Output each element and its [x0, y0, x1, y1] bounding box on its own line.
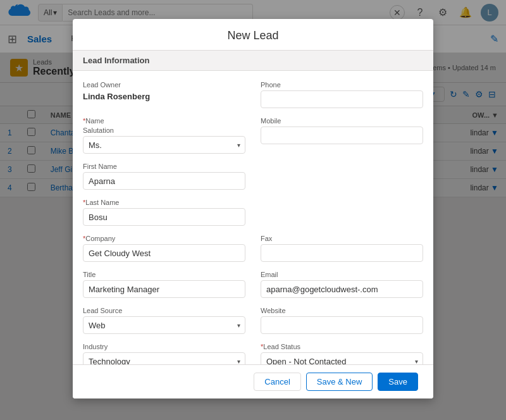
title-label: Title: [83, 271, 245, 278]
phone-label: Phone: [261, 81, 423, 89]
col-empty-1: [261, 163, 423, 190]
industry-wrapper: Technology --None-- Agriculture Banking …: [83, 352, 245, 364]
salutation-wrapper: Ms. --None-- Mr. Mrs. Dr. Prof. ▾: [83, 136, 245, 154]
col-lead-status: *Lead Status Open - Not Contacted Workin…: [261, 343, 423, 364]
row-last-name: *Last Name: [83, 199, 423, 226]
row-name-mobile: *Name Salutation Ms. --None-- Mr. Mrs. D…: [83, 117, 423, 154]
lead-status-wrapper: Open - Not Contacted Working - Contacted…: [261, 352, 423, 364]
name-label: *Name: [83, 117, 245, 125]
lead-owner-value: Linda Rosenberg: [83, 90, 245, 102]
mobile-input[interactable]: [261, 127, 423, 144]
cancel-button[interactable]: Cancel: [254, 373, 300, 391]
lead-source-wrapper: Web --None-- Phone Inquiry Partner Refer…: [83, 316, 245, 334]
col-fax: Fax: [261, 235, 423, 262]
col-salutation: *Name Salutation Ms. --None-- Mr. Mrs. D…: [83, 117, 245, 154]
lead-source-select[interactable]: Web --None-- Phone Inquiry Partner Refer…: [83, 316, 245, 334]
modal-header: New Lead: [73, 19, 433, 51]
lead-owner-label: Lead Owner: [83, 81, 245, 89]
modal-body[interactable]: Lead Information Lead Owner Linda Rosenb…: [73, 51, 433, 364]
company-input[interactable]: [83, 244, 245, 262]
row-company-fax: *Company Fax: [83, 235, 423, 262]
col-title: Title: [83, 271, 245, 298]
col-website: Website: [261, 307, 423, 334]
modal-footer: Cancel Save & New Save: [73, 364, 433, 398]
title-input[interactable]: [83, 280, 245, 298]
salutation-select[interactable]: Ms. --None-- Mr. Mrs. Dr. Prof.: [83, 136, 245, 154]
modal-overlay: New Lead Lead Information Lead Owner Lin…: [0, 0, 506, 420]
col-lead-owner: Lead Owner Linda Rosenberg: [83, 81, 245, 108]
last-name-label: *Last Name: [83, 199, 245, 206]
company-label: *Company: [83, 235, 245, 242]
row-industry-status: Industry Technology --None-- Agriculture…: [83, 343, 423, 364]
row-first-name: First Name: [83, 163, 423, 190]
col-lead-source: Lead Source Web --None-- Phone Inquiry P…: [83, 307, 245, 334]
col-phone: Phone: [261, 81, 423, 108]
industry-label: Industry: [83, 343, 245, 350]
lead-source-label: Lead Source: [83, 307, 245, 314]
fax-input[interactable]: [261, 244, 423, 262]
col-industry: Industry Technology --None-- Agriculture…: [83, 343, 245, 364]
col-first-name: First Name: [83, 163, 245, 190]
lead-status-select[interactable]: Open - Not Contacted Working - Contacted…: [261, 352, 423, 364]
modal-title: New Lead: [227, 29, 278, 42]
email-label: Email: [261, 271, 423, 278]
col-mobile: Mobile: [261, 117, 423, 154]
first-name-input[interactable]: [83, 172, 245, 190]
email-input[interactable]: [261, 280, 423, 298]
col-email: Email: [261, 271, 423, 298]
col-empty-2: [261, 199, 423, 226]
new-lead-modal: New Lead Lead Information Lead Owner Lin…: [73, 19, 433, 398]
row-owner-phone: Lead Owner Linda Rosenberg Phone: [83, 81, 423, 108]
last-name-input[interactable]: [83, 208, 245, 226]
save-new-button[interactable]: Save & New: [306, 373, 373, 391]
col-company: *Company: [83, 235, 245, 262]
phone-input[interactable]: [261, 90, 423, 108]
first-name-label: First Name: [83, 163, 245, 170]
section-label: Lead Information: [83, 56, 149, 65]
mobile-label: Mobile: [261, 117, 423, 125]
form-body: Lead Owner Linda Rosenberg Phone *Name S…: [73, 71, 433, 364]
salutation-label: Salutation: [83, 127, 245, 134]
col-last-name: *Last Name: [83, 199, 245, 226]
website-input[interactable]: [261, 316, 423, 334]
industry-select[interactable]: Technology --None-- Agriculture Banking …: [83, 352, 245, 364]
row-source-website: Lead Source Web --None-- Phone Inquiry P…: [83, 307, 423, 334]
save-button[interactable]: Save: [378, 373, 418, 391]
fax-label: Fax: [261, 235, 423, 242]
website-label: Website: [261, 307, 423, 314]
row-title-email: Title Email: [83, 271, 423, 298]
lead-status-label: *Lead Status: [261, 343, 423, 350]
section-header: Lead Information: [73, 51, 433, 71]
